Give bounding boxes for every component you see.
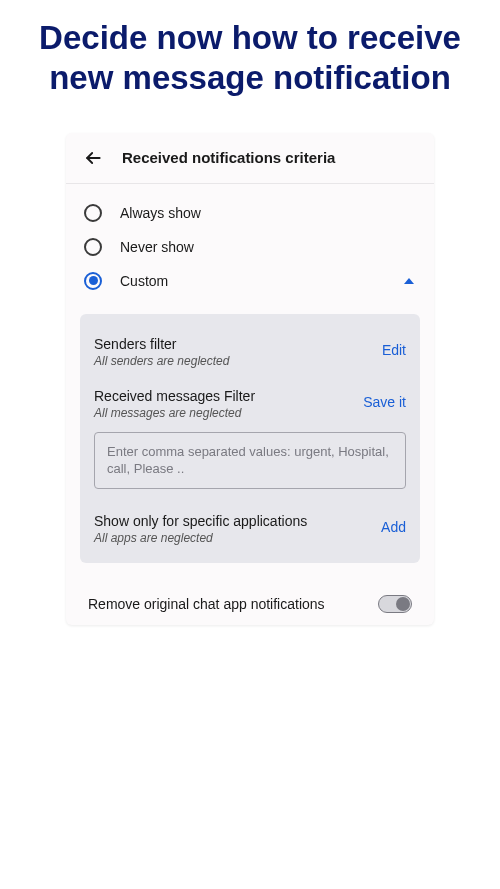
card-header: Received notifications criteria (66, 133, 434, 184)
save-button[interactable]: Save it (363, 388, 406, 410)
options-list: Always show Never show Custom (66, 184, 434, 304)
settings-card: Received notifications criteria Always s… (66, 133, 434, 625)
option-label: Custom (120, 273, 386, 289)
option-custom[interactable]: Custom (66, 264, 434, 298)
radio-icon (84, 204, 102, 222)
messages-filter-input[interactable] (94, 432, 406, 489)
option-label: Always show (120, 205, 416, 221)
filter-header: Senders filter All senders are neglected… (94, 336, 406, 368)
chevron-up-icon (404, 278, 414, 284)
filter-title: Received messages Filter (94, 388, 255, 404)
filter-title: Show only for specific applications (94, 513, 307, 529)
remove-original-row: Remove original chat app notifications (66, 577, 434, 625)
toggle-label: Remove original chat app notifications (88, 596, 325, 612)
edit-button[interactable]: Edit (382, 336, 406, 358)
back-arrow-icon[interactable] (82, 147, 104, 169)
radio-icon (84, 272, 102, 290)
filter-texts: Received messages Filter All messages ar… (94, 388, 255, 420)
filter-header: Show only for specific applications All … (94, 513, 406, 545)
filter-subtitle: All apps are neglected (94, 531, 307, 545)
card-title: Received notifications criteria (122, 149, 335, 166)
messages-filter-section: Received messages Filter All messages ar… (94, 380, 406, 505)
filter-header: Received messages Filter All messages ar… (94, 388, 406, 420)
add-button[interactable]: Add (381, 513, 406, 535)
filter-texts: Show only for specific applications All … (94, 513, 307, 545)
senders-filter-section: Senders filter All senders are neglected… (94, 328, 406, 380)
remove-original-toggle[interactable] (378, 595, 412, 613)
option-label: Never show (120, 239, 416, 255)
option-never-show[interactable]: Never show (66, 230, 434, 264)
apps-filter-section: Show only for specific applications All … (94, 505, 406, 545)
option-always-show[interactable]: Always show (66, 196, 434, 230)
page-headline: Decide now how to receive new message no… (0, 0, 500, 99)
filter-subtitle: All senders are neglected (94, 354, 229, 368)
filter-texts: Senders filter All senders are neglected (94, 336, 229, 368)
filter-subtitle: All messages are neglected (94, 406, 255, 420)
custom-panel: Senders filter All senders are neglected… (80, 314, 420, 563)
radio-icon (84, 238, 102, 256)
filter-title: Senders filter (94, 336, 229, 352)
